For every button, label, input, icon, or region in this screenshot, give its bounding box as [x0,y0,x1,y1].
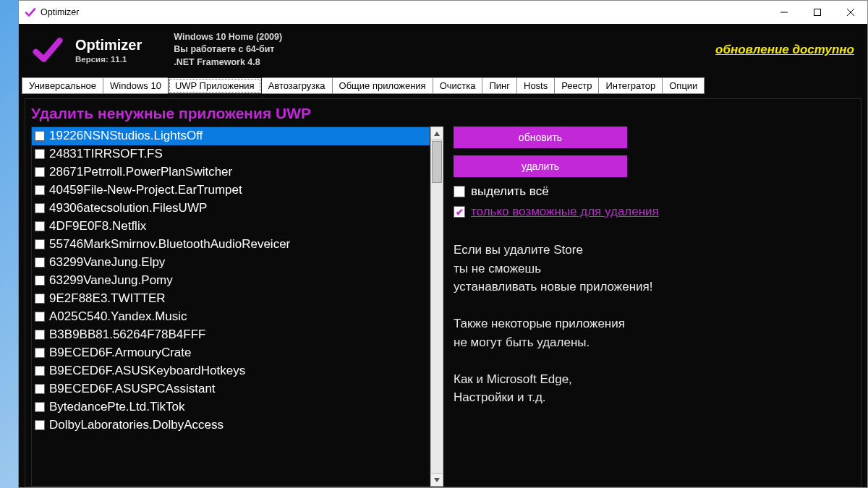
svg-rect-1 [814,9,821,16]
list-item-checkbox[interactable] [35,312,45,322]
select-all-checkbox[interactable] [454,186,465,197]
app-window: Optimizer Optimizer Версия: 11.1 Windows… [18,0,868,488]
list-item-checkbox[interactable] [35,239,45,249]
list-item-label: 24831TIRRSOFT.FS [49,147,163,161]
list-item-label: 63299VaneJung.Elpy [49,255,165,270]
app-title: Optimizer [75,37,142,53]
list-item-label: 63299VaneJung.Pomy [49,273,173,288]
logo-icon [32,34,64,66]
list-item-checkbox[interactable] [35,420,45,430]
list-item-label: 9E2F88E3.TWITTER [49,291,166,306]
list-item-checkbox[interactable] [35,185,45,195]
app-version: Версия: 11.1 [75,55,142,64]
list-item-label: B3B9BB81.56264F78B4FFF [49,328,205,342]
scroll-down-button[interactable] [431,473,443,486]
select-all-label: выделить всё [471,184,549,199]
list-item[interactable]: DolbyLaboratories.DolbyAccess [32,416,430,435]
scroll-thumb[interactable] [432,141,442,183]
svg-marker-5 [434,478,440,482]
list-item[interactable]: 24831TIRRSOFT.FS [32,145,430,163]
app-list[interactable]: 19226NSNStudios.LightsOff24831TIRRSOFT.F… [31,127,430,487]
titlebar: Optimizer [19,1,867,24]
tab-опции[interactable]: Опции [662,77,705,94]
list-item-checkbox[interactable] [35,366,45,376]
tab-bar: УниверсальноеWindows 10UWP ПриложенияАвт… [19,76,867,94]
list-item[interactable]: B9ECED6F.ASUSPCAssistant [32,380,430,398]
list-item[interactable]: 4DF9E0F8.Netflix [32,218,430,236]
content-area: Удалить ненужные приложения UWP 19226NSN… [19,94,867,487]
list-item-label: B9ECED6F.ASUSKeyboardHotkeys [49,364,245,378]
list-item-label: 55746MarkSmirnov.BluetoothAudioReveicer [49,237,290,252]
list-item-checkbox[interactable] [35,402,45,412]
list-item-checkbox[interactable] [35,275,45,286]
list-item-label: 28671Petrroll.PowerPlanSwitcher [49,165,232,179]
refresh-button[interactable]: обновить [454,127,627,148]
sys-os: Windows 10 Home (2009) [174,31,282,44]
only-removable-checkbox[interactable]: ✔ [454,206,465,218]
close-button[interactable] [834,1,867,24]
scroll-up-button[interactable] [431,127,443,140]
tab-общие-приложения[interactable]: Общие приложения [332,77,433,94]
list-item[interactable]: BytedancePte.Ltd.TikTok [32,398,430,416]
list-item-checkbox[interactable] [35,131,45,141]
list-item-checkbox[interactable] [35,348,45,358]
list-item-label: B9ECED6F.ASUSPCAssistant [49,382,216,396]
list-item[interactable]: 40459File-New-Project.EarTrumpet [32,181,430,200]
list-item[interactable]: 55746MarkSmirnov.BluetoothAudioReveicer [32,236,430,254]
window-title: Optimizer [41,7,79,17]
list-item[interactable]: 63299VaneJung.Elpy [32,254,430,272]
info-text: Если вы удалите Store ты не сможешь уста… [454,241,855,407]
list-item[interactable]: 63299VaneJung.Pomy [32,272,430,290]
delete-button[interactable]: удалить [454,155,627,177]
list-item-checkbox[interactable] [35,294,45,304]
list-item-checkbox[interactable] [35,167,45,177]
tab-пинг[interactable]: Пинг [482,77,517,94]
list-item-label: BytedancePte.Ltd.TikTok [49,400,184,414]
list-item-label: A025C540.Yandex.Music [49,309,187,324]
list-item-checkbox[interactable] [35,330,45,340]
sys-dotnet: .NET Framework 4.8 [174,56,282,69]
right-panel: обновить удалить выделить всё ✔ только в… [451,127,855,487]
list-item-checkbox[interactable] [35,257,45,267]
tab-интегратор[interactable]: Интегратор [598,77,663,94]
tab-очистка[interactable]: Очистка [433,77,483,94]
sys-arch: Вы работаете с 64-бит [174,43,282,56]
app-icon [25,7,36,18]
list-item[interactable]: B9ECED6F.ArmouryCrate [32,344,430,362]
list-item-label: 4DF9E0F8.Netflix [49,219,146,234]
section-title: Удалить ненужные приложения UWP [31,105,855,122]
system-info: Windows 10 Home (2009) Вы работаете с 64… [174,31,282,69]
list-item-label: 19226NSNStudios.LightsOff [49,129,203,143]
list-item[interactable]: 19226NSNStudios.LightsOff [32,127,430,145]
tab-автозагрузка[interactable]: Автозагрузка [261,77,333,94]
tab-uwp-приложения[interactable]: UWP Приложения [168,77,262,94]
tab-hosts[interactable]: Hosts [516,77,555,94]
list-item-checkbox[interactable] [35,384,45,394]
tab-windows-10[interactable]: Windows 10 [103,77,169,94]
list-item[interactable]: B3B9BB81.56264F78B4FFF [32,326,430,344]
only-removable-label[interactable]: только возможные для удаления [471,205,659,219]
list-item-label: 49306atecsolution.FilesUWP [49,201,207,215]
scrollbar[interactable] [430,127,443,487]
list-item[interactable]: 28671Petrroll.PowerPlanSwitcher [32,163,430,181]
list-item[interactable]: B9ECED6F.ASUSKeyboardHotkeys [32,362,430,380]
maximize-button[interactable] [801,1,834,24]
tab-универсальное[interactable]: Универсальное [22,77,103,94]
list-item[interactable]: 49306atecsolution.FilesUWP [32,200,430,218]
app-header: Optimizer Версия: 11.1 Windows 10 Home (… [19,24,867,76]
minimize-button[interactable] [767,1,801,24]
list-item-checkbox[interactable] [35,221,45,231]
svg-marker-4 [434,132,440,136]
list-item[interactable]: A025C540.Yandex.Music [32,308,430,326]
list-item-label: 40459File-New-Project.EarTrumpet [49,183,242,197]
list-item-label: B9ECED6F.ArmouryCrate [49,346,192,360]
list-item-label: DolbyLaboratories.DolbyAccess [49,418,224,432]
update-available-link[interactable]: обновление доступно [715,43,854,57]
list-item-checkbox[interactable] [35,149,45,159]
list-item[interactable]: 9E2F88E3.TWITTER [32,290,430,308]
tab-реестр[interactable]: Реестр [554,77,599,94]
list-item-checkbox[interactable] [35,203,45,213]
